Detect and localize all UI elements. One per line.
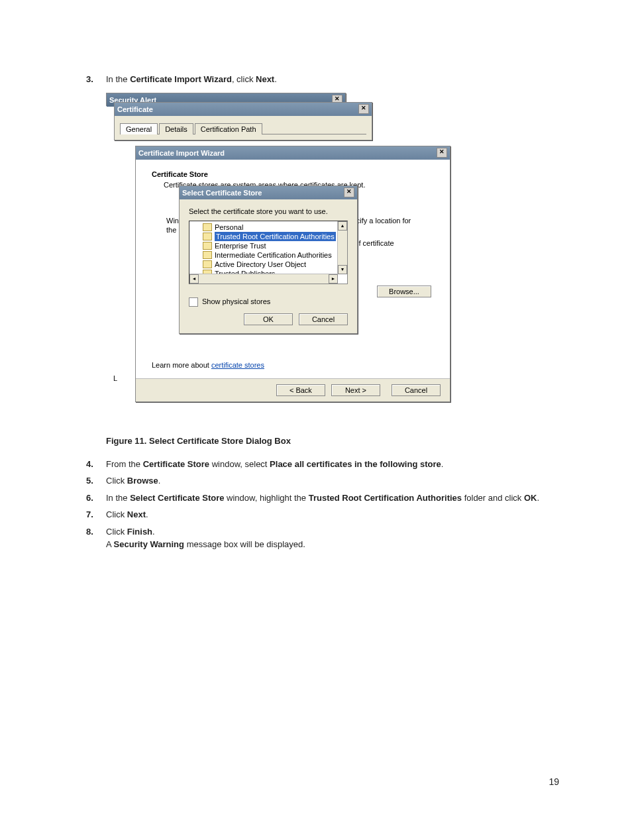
close-icon[interactable]: ✕ <box>344 187 354 197</box>
step-6: 6. In the Select Certificate Store windo… <box>86 492 566 505</box>
titlebar-text: Select Certificate Store <box>182 189 262 197</box>
fragment-win: Win <box>166 217 179 225</box>
cancel-button[interactable]: Cancel <box>299 313 348 325</box>
scroll-left-icon[interactable]: ◄ <box>189 274 199 284</box>
step-number: 8. <box>86 525 106 539</box>
titlebar-text: Certificate <box>117 105 153 113</box>
scrollbar-horizontal[interactable]: ◄ ► <box>189 274 338 284</box>
learn-more-link[interactable]: certificate stores <box>211 361 264 369</box>
show-physical-row[interactable]: Show physical stores <box>189 297 348 307</box>
back-button[interactable]: < Back <box>276 384 325 396</box>
step-number: 3. <box>86 73 106 86</box>
wizard-heading: Certificate Store <box>152 170 434 178</box>
step-text: Click Browse. <box>106 474 566 488</box>
scroll-down-icon[interactable]: ▼ <box>338 265 347 274</box>
tab-strip: General Details Certification Path <box>120 123 366 134</box>
folder-icon <box>203 233 212 240</box>
step-5: 5. Click Browse. <box>86 474 566 488</box>
browse-button[interactable]: Browse... <box>377 286 431 297</box>
tree-item-intermediate[interactable]: Intermediate Certification Authorities <box>189 250 347 260</box>
learn-more: Learn more about certificate stores <box>152 361 264 369</box>
tree-item-aduo[interactable]: Active Directory User Object <box>189 260 347 269</box>
scrollbar-vertical[interactable]: ▲ ▼ <box>337 221 347 274</box>
store-prompt: Select the certificate store you want to… <box>189 207 348 215</box>
figure-caption: Figure 11. Select Certificate Store Dial… <box>106 436 566 446</box>
tree-item-trusted-root[interactable]: Trusted Root Certification Authorities <box>189 232 347 241</box>
step-7: 7. Click Next. <box>86 508 566 521</box>
titlebar-text: Certificate Import Wizard <box>138 149 225 157</box>
close-icon[interactable]: ✕ <box>358 104 369 114</box>
wizard-footer: < Back Next > Cancel <box>136 378 450 401</box>
close-icon[interactable]: ✕ <box>437 148 447 158</box>
step-text: Click Finish. A Security Warning message… <box>106 525 566 551</box>
tree-item-enterprise[interactable]: Enterprise Trust <box>189 241 347 250</box>
fragment-L: L <box>113 374 117 382</box>
step-text: In the Certificate Import Wizard, click … <box>106 73 566 86</box>
tab-certpath[interactable]: Certification Path <box>195 123 262 134</box>
instruction-list: 3. In the Certificate Import Wizard, cli… <box>86 73 566 86</box>
folder-icon <box>203 251 212 259</box>
step-number: 6. <box>86 492 106 505</box>
show-physical-checkbox[interactable] <box>189 297 198 307</box>
step-8: 8. Click Finish. A Security Warning mess… <box>86 525 566 551</box>
step-text: In the Select Certificate Store window, … <box>106 492 566 505</box>
instruction-list-2: 4. From the Certificate Store window, se… <box>86 458 566 551</box>
window-certificate: Certificate ✕ General Details Certificat… <box>114 102 372 140</box>
page-number: 19 <box>549 776 559 787</box>
step-text: From the Certificate Store window, selec… <box>106 458 566 471</box>
next-button[interactable]: Next > <box>331 384 380 396</box>
fragment-the: the <box>166 226 176 234</box>
scroll-right-icon[interactable]: ► <box>329 274 338 284</box>
store-tree[interactable]: Personal Trusted Root Certification Auth… <box>189 221 348 284</box>
ok-button[interactable]: OK <box>244 313 293 325</box>
tree-item-personal[interactable]: Personal <box>189 223 347 232</box>
folder-icon <box>203 223 212 231</box>
step-4: 4. From the Certificate Store window, se… <box>86 458 566 471</box>
scroll-up-icon[interactable]: ▲ <box>338 221 347 231</box>
step-number: 4. <box>86 458 106 471</box>
figure-screenshot: Security Alert ✕ Certificate ✕ General D… <box>106 93 566 424</box>
folder-icon <box>203 260 212 268</box>
cancel-button[interactable]: Cancel <box>392 384 441 396</box>
window-select-store: Select Certificate Store ✕ Select the ce… <box>179 185 358 334</box>
step-3: 3. In the Certificate Import Wizard, cli… <box>86 73 566 86</box>
tab-general[interactable]: General <box>120 123 158 134</box>
step-number: 5. <box>86 474 106 488</box>
tab-details[interactable]: Details <box>159 123 193 134</box>
folder-icon <box>203 242 212 250</box>
step-text: Click Next. <box>106 508 566 521</box>
step-number: 7. <box>86 508 106 521</box>
store-footer: OK Cancel <box>180 313 357 333</box>
